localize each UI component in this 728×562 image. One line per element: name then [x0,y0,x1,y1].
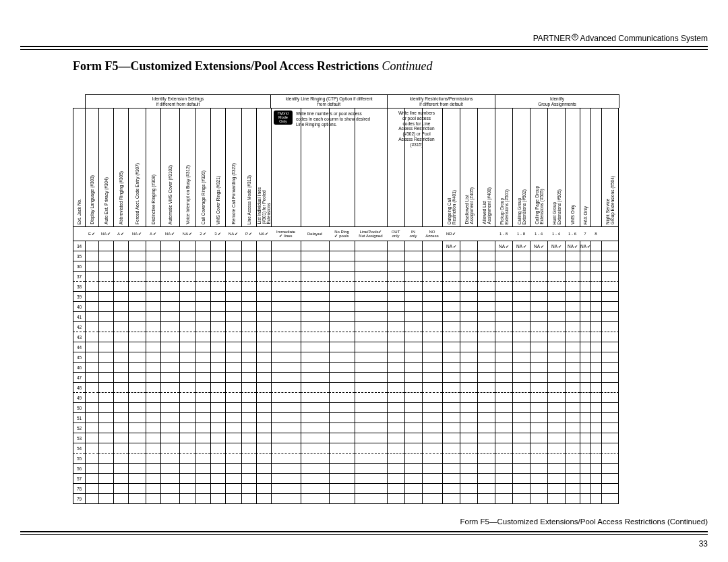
table-cell [530,494,547,504]
table-cell [179,383,195,393]
table-cell [460,413,477,423]
table-cell [404,484,422,494]
table-cell [387,393,404,403]
table-cell [85,282,98,292]
page-title: Form F5—Customized Extensions/Pool Acces… [73,59,432,73]
column-header: VMS Only [565,108,580,226]
table-cell [601,261,619,272]
default-cell: A [113,226,128,241]
table-cell [256,484,271,494]
table-cell [512,373,530,383]
table-cell [85,292,98,302]
table-cell [160,383,179,393]
table-cell [210,383,225,393]
table-cell [590,241,601,251]
table-cell [256,322,271,332]
table-cell [530,423,547,433]
table-cell [404,302,422,312]
table-cell [404,464,422,474]
table-cell [179,322,195,332]
table-cell [495,443,512,454]
column-header: Display Language (#303) [85,108,98,226]
table-cell [547,251,565,261]
table-cell [146,464,160,474]
table-cell [512,312,530,322]
table-cell [387,261,404,272]
table-cell: 48 [73,383,85,393]
table-cell [601,332,619,342]
table-cell [580,413,590,423]
table-cell [146,484,160,494]
table-cell [146,251,160,261]
table-cell [195,443,210,454]
table-cell [530,383,547,393]
table-cell [329,474,355,484]
table-cell [195,292,210,302]
table-cell [477,474,495,484]
column-header: Write line numbersor pool accesscodes fo… [387,108,404,226]
table-cell: NA [547,241,565,251]
table-cell: 44 [73,342,85,352]
table-cell [422,464,442,474]
table-cell [442,454,460,464]
table-cell [271,312,301,322]
default-cell: No Ring✔ pools [329,226,355,241]
table-cell [146,443,160,454]
table-cell [547,484,565,494]
table-cell [179,282,195,292]
table-cell [85,352,98,363]
table-cell [422,413,442,423]
table-row: 34NANANANANANANA [73,241,708,251]
table-cell [355,282,387,292]
table-cell: 35 [73,251,85,261]
table-cell [422,272,442,282]
default-cell: 2 [195,226,210,241]
column-header [329,108,355,226]
table-cell [256,261,271,272]
default-cell: Immediate✔ lines [271,226,301,241]
table-cell [355,241,387,251]
table-cell [128,494,146,504]
table-cell [495,312,512,322]
table-cell [404,474,422,484]
table-cell [179,474,195,484]
table-cell [590,352,601,363]
table-cell [442,373,460,383]
table-cell [128,464,146,474]
table-row: 46 [73,363,708,373]
table-cell [355,352,387,363]
table-cell [442,443,460,454]
column-header: FAX Only [580,108,590,226]
table-cell [195,413,210,423]
table-cell [146,373,160,383]
table-cell [460,251,477,261]
default-cell: NOAccess [422,226,442,241]
table-row: 52 [73,423,708,433]
table-cell [225,494,241,504]
table-cell [590,312,601,322]
table-cell [146,454,160,464]
table-cell [477,383,495,393]
table-cell [256,464,271,474]
table-cell [590,282,601,292]
table-cell [301,383,329,393]
table-cell [601,282,619,292]
table-cell [422,393,442,403]
column-header: Auto Ext. Privacy (#304) [98,108,113,226]
table-cell [225,292,241,302]
table-cell: NA [580,241,590,251]
page: PARTNER® Advanced Communications System … [0,0,728,562]
table-cell [241,423,256,433]
table-cell [271,282,301,292]
table-cell [601,454,619,464]
table-cell [547,373,565,383]
table-cell [301,272,329,282]
table-cell [301,251,329,261]
table-cell [387,342,404,352]
table-cell [565,403,580,413]
table-cell [85,241,98,251]
table-cell [98,282,113,292]
table-cell [301,443,329,454]
table-cell [179,292,195,302]
table-cell [530,464,547,474]
